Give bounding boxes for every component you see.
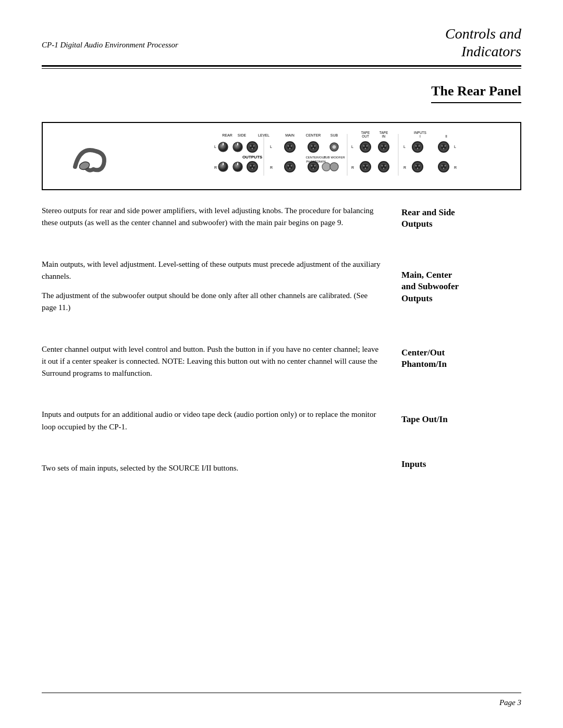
svg-text:L: L [454, 145, 456, 149]
svg-point-98 [445, 145, 446, 147]
inputs-block: Two sets of main inputs, selected by the… [42, 462, 381, 487]
center-out-heading: Center/Out Phantom/In [401, 345, 521, 370]
svg-text:CENTER: CENTER [306, 133, 321, 137]
svg-point-54 [314, 165, 316, 167]
page: CP-1 Digital Audio Environment Processor… [0, 0, 563, 728]
heading-center-out: Center/Out Phantom/In [401, 345, 521, 370]
page-number: Page 3 [42, 698, 521, 707]
center-out-text: Center channel output with level control… [42, 343, 381, 380]
svg-point-72 [385, 145, 386, 147]
svg-point-53 [311, 165, 313, 167]
svg-point-38 [314, 145, 316, 147]
chapter-title: Controls and Indicators [445, 25, 521, 60]
svg-point-37 [311, 145, 313, 147]
svg-text:R: R [351, 166, 354, 169]
gap-3 [42, 392, 381, 409]
svg-point-34 [289, 148, 291, 150]
section-title: The Rear Panel [431, 83, 521, 103]
tape-out-heading: Tape Out/In [401, 412, 521, 425]
heading-rear-side: Rear and Side Outputs [401, 205, 521, 230]
svg-point-104 [415, 165, 417, 167]
right-gap-2 [401, 304, 521, 345]
footer-rule [42, 693, 521, 693]
left-column: Stereo outputs for rear and side power a… [42, 205, 401, 487]
svg-text:L: L [403, 145, 406, 149]
main-center-heading: Main, Center and Subwoofer Outputs [401, 267, 521, 304]
svg-point-67 [366, 145, 368, 147]
tape-out-block: Inputs and outputs for an additional aud… [42, 409, 381, 446]
center-out-block: Center channel output with level control… [42, 343, 381, 392]
svg-text:R: R [454, 166, 457, 169]
footer: Page 3 [42, 693, 521, 707]
svg-text:I: I [420, 134, 421, 138]
svg-point-66 [363, 145, 365, 147]
section-title-area: The Rear Panel [0, 69, 563, 103]
svg-point-11 [250, 145, 252, 147]
svg-point-84 [383, 168, 385, 169]
heading-inputs: Inputs [401, 456, 521, 470]
svg-point-24 [252, 168, 253, 169]
svg-point-23 [253, 165, 255, 167]
svg-point-105 [419, 165, 420, 167]
svg-point-93 [419, 145, 420, 147]
inputs-heading: Inputs [401, 456, 521, 470]
svg-point-77 [363, 165, 365, 167]
svg-point-56 [322, 163, 331, 171]
svg-point-13 [252, 148, 253, 150]
content-area: Stereo outputs for rear and side power a… [0, 205, 563, 487]
svg-point-12 [253, 145, 255, 147]
svg-rect-8 [237, 143, 238, 145]
subwoofer-text: The adjustment of the subwoofer output s… [42, 290, 381, 314]
svg-point-110 [445, 165, 446, 167]
svg-text:MAIN: MAIN [285, 133, 295, 137]
panel-controls: REAR SIDE LEVEL L [132, 131, 514, 181]
svg-point-50 [289, 168, 291, 169]
header: CP-1 Digital Audio Environment Processor… [0, 0, 563, 60]
svg-text:R: R [214, 166, 217, 169]
svg-text:REAR: REAR [222, 133, 232, 137]
heading-tape-out: Tape Out/In [401, 412, 521, 425]
svg-point-78 [366, 165, 368, 167]
cable-svg [59, 135, 122, 177]
right-column: Rear and Side Outputs Main, Center and S… [401, 205, 521, 487]
svg-point-97 [442, 145, 443, 147]
svg-text:R: R [270, 166, 273, 169]
svg-point-55 [313, 168, 314, 169]
tape-out-text: Inputs and outputs for an additional aud… [42, 409, 381, 433]
svg-point-109 [442, 165, 443, 167]
right-gap-3 [401, 370, 521, 412]
main-center-block: Main outputs, with level adjustment. Lev… [42, 258, 381, 327]
svg-point-82 [382, 165, 383, 167]
rear-side-block: Stereo outputs for rear and side power a… [42, 205, 381, 242]
heading-main-center: Main, Center and Subwoofer Outputs [401, 267, 521, 304]
svg-point-57 [330, 163, 338, 171]
top-rule-thick [42, 65, 521, 67]
svg-text:L: L [270, 145, 272, 149]
svg-point-83 [385, 165, 386, 167]
svg-rect-17 [223, 163, 224, 165]
gap-1 [42, 242, 381, 258]
right-gap-4 [401, 425, 521, 456]
svg-point-111 [443, 168, 445, 169]
svg-text:R: R [403, 166, 406, 169]
svg-text:OUTPUTS: OUTPUTS [242, 155, 263, 159]
svg-point-71 [382, 145, 383, 147]
svg-point-48 [288, 165, 289, 167]
svg-point-49 [291, 165, 292, 167]
document-subtitle: CP-1 Digital Audio Environment Processor [42, 25, 178, 50]
svg-point-99 [443, 148, 445, 150]
cable-illustration [49, 135, 132, 177]
svg-text:IN: IN [382, 134, 386, 138]
rear-side-text: Stereo outputs for rear and side power a… [42, 205, 381, 229]
gap-2 [42, 327, 381, 343]
svg-point-94 [417, 148, 419, 150]
svg-point-106 [417, 168, 419, 169]
svg-point-33 [291, 145, 292, 147]
right-gap-1 [401, 230, 521, 267]
svg-text:II: II [445, 134, 447, 138]
svg-rect-19 [237, 163, 238, 165]
inputs-text: Two sets of main inputs, selected by the… [42, 462, 381, 474]
svg-point-22 [250, 165, 252, 167]
svg-text:L: L [214, 145, 216, 149]
svg-point-92 [415, 145, 417, 147]
